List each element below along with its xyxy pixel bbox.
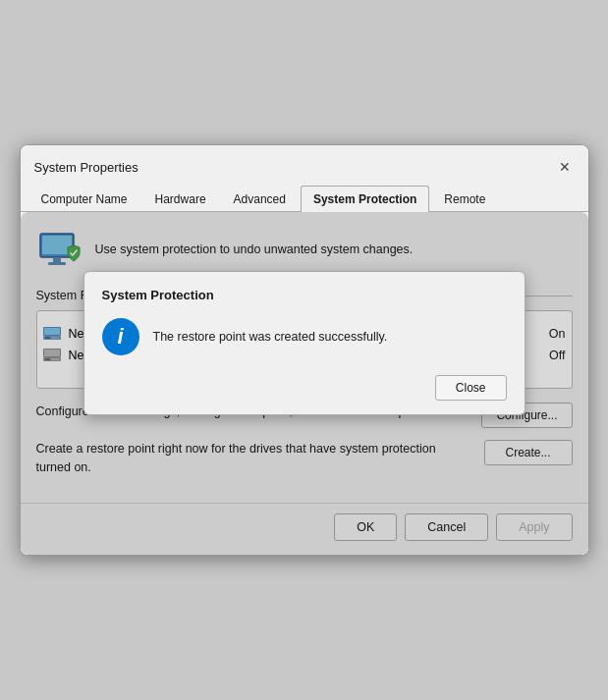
window-content: Use system protection to undo unwanted s… — [21, 212, 588, 555]
dialog-message: The restore point was created successful… — [153, 330, 388, 344]
title-bar: System Properties ✕ — [21, 145, 588, 185]
dialog-title: System Protection — [102, 288, 507, 302]
info-icon: i — [102, 318, 139, 355]
tab-bar: Computer Name Hardware Advanced System P… — [21, 185, 588, 212]
window-title: System Properties — [34, 160, 138, 175]
tab-system-protection[interactable]: System Protection — [301, 186, 429, 212]
system-protection-dialog: System Protection i The restore point wa… — [83, 271, 525, 415]
tab-advanced[interactable]: Advanced — [221, 186, 299, 212]
tab-remote[interactable]: Remote — [431, 186, 498, 212]
system-properties-window: System Properties ✕ Computer Name Hardwa… — [20, 144, 589, 556]
tab-hardware[interactable]: Hardware — [142, 186, 219, 212]
dialog-actions: Close — [102, 375, 507, 401]
dialog-close-button[interactable]: Close — [435, 375, 507, 401]
tab-computer-name[interactable]: Computer Name — [28, 186, 140, 212]
dialog-body: i The restore point was created successf… — [102, 318, 507, 355]
dialog-overlay: System Protection i The restore point wa… — [21, 212, 588, 555]
window-close-button[interactable]: ✕ — [553, 155, 577, 179]
